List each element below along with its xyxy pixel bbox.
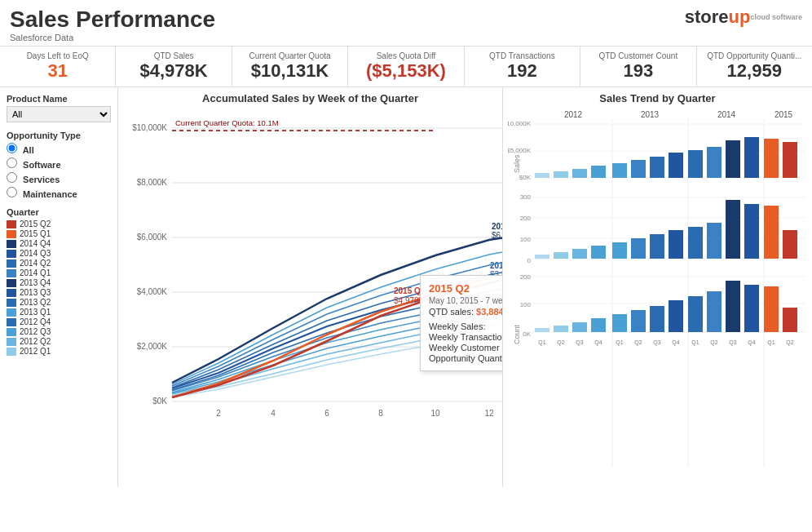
kpi-cust-label: QTD Customer Count (584, 51, 692, 60)
svg-text:Q1: Q1 (616, 339, 623, 346)
quarter-item-label: 2013 Q4 (20, 278, 51, 287)
quarter-legend-item[interactable]: 2014 Q1 (7, 268, 111, 277)
right-panel: Sales Trend by Quarter 2012 2013 2014 20… (502, 87, 812, 487)
logo: storeup cloud software (685, 7, 802, 28)
svg-rect-92 (650, 306, 664, 332)
quarter-legend-item[interactable]: 2014 Q2 (7, 259, 111, 268)
svg-text:Count: Count (513, 324, 521, 344)
quarter-legend-item[interactable]: 2014 Q4 (7, 239, 111, 248)
svg-text:4: 4 (271, 409, 276, 418)
svg-text:$6,101K: $6,101K (492, 231, 502, 240)
quarter-swatch (7, 240, 16, 248)
svg-rect-86 (535, 328, 549, 332)
product-select[interactable]: All Software Services Maintenance (7, 106, 111, 122)
quarter-legend-item[interactable]: 2012 Q4 (7, 317, 111, 326)
svg-text:Q1: Q1 (691, 339, 699, 346)
kpi-diff: Sales Quota Diff ($5,153K) (348, 47, 464, 86)
svg-text:Current Quarter Quota: 10.1M: Current Quarter Quota: 10.1M (175, 118, 279, 127)
quarter-legend-item[interactable]: 2012 Q3 (7, 327, 111, 336)
kpi-qtd-sales: QTD Sales $4,978K (116, 47, 232, 86)
quarter-legend-item[interactable]: 2012 Q1 (7, 347, 111, 356)
header: Sales Performance Salesforce Data storeu… (0, 0, 812, 47)
sidebar: Product Name All Software Services Maint… (0, 87, 118, 487)
kpi-opp-value: 12,959 (700, 60, 809, 82)
svg-rect-96 (726, 281, 740, 332)
kpi-diff-label: Sales Quota Diff (351, 51, 460, 60)
quarter-legend-item[interactable]: 2015 Q2 (7, 219, 111, 228)
svg-rect-73 (688, 227, 703, 259)
quarter-legend-item[interactable]: 2014 Q3 (7, 249, 111, 258)
svg-rect-77 (764, 206, 779, 259)
svg-text:$4,000K: $4,000K (137, 287, 168, 296)
svg-text:Q4: Q4 (594, 339, 602, 346)
svg-rect-66 (554, 252, 568, 259)
kpi-diff-value: ($5,153K) (351, 60, 460, 82)
svg-text:10: 10 (430, 409, 440, 418)
kpi-quota-value: $10,131K (236, 60, 344, 82)
svg-rect-78 (783, 230, 797, 259)
svg-text:Q2: Q2 (786, 339, 793, 346)
svg-text:200: 200 (520, 215, 532, 222)
svg-text:2014 Q4: 2014 Q4 (492, 222, 502, 231)
quarter-legend-item[interactable]: 2013 Q3 (7, 288, 111, 297)
kpi-trans-label: QTD Transactions (468, 51, 576, 60)
svg-text:$10,000K: $10,000K (132, 123, 167, 132)
tooltip-date: May 10, 2015 - 7 week of the quarter (429, 296, 502, 305)
svg-rect-91 (631, 310, 646, 332)
quarter-item-label: 2012 Q4 (20, 317, 51, 326)
svg-text:Q4: Q4 (748, 339, 755, 346)
quarter-legend-item[interactable]: 2012 Q2 (7, 337, 111, 346)
opportunity-section: Opportunity Type All Software Services M… (7, 131, 111, 199)
svg-text:100: 100 (520, 236, 532, 243)
tooltip-row-4: Opportunity Quantity: 796 (429, 353, 502, 363)
svg-rect-49 (669, 153, 683, 178)
opp-radio-software[interactable]: Software (7, 157, 111, 170)
quarter-item-label: 2012 Q2 (20, 337, 51, 346)
svg-text:Q3: Q3 (729, 339, 736, 346)
right-panel-title: Sales Trend by Quarter (508, 92, 807, 104)
kpi-opportunity: QTD Opportunity Quanti... 12,959 (697, 47, 812, 86)
svg-text:300: 300 (520, 193, 532, 201)
svg-text:200: 200 (520, 273, 532, 281)
tooltip-row-1-label: Weekly Sales: (429, 321, 486, 331)
svg-text:$10,000K: $10,000K (508, 120, 532, 127)
opp-radio-maintenance[interactable]: Maintenance (7, 187, 111, 199)
quarter-swatch (7, 220, 16, 228)
svg-text:2012: 2012 (564, 110, 583, 119)
svg-rect-65 (535, 255, 549, 259)
quarter-swatch (7, 289, 16, 297)
opportunity-radio-group: All Software Services Maintenance (7, 143, 111, 199)
kpi-bar: Days Left to EoQ 31 QTD Sales $4,978K Cu… (0, 47, 812, 87)
svg-rect-72 (669, 230, 683, 259)
svg-text:$2,000K: $2,000K (137, 342, 168, 351)
quarter-legend-item[interactable]: 2015 Q1 (7, 229, 111, 238)
quarter-item-label: 2014 Q4 (20, 239, 51, 248)
quarter-legend-item[interactable]: 2013 Q2 (7, 298, 111, 307)
svg-text:8: 8 (378, 409, 383, 418)
svg-text:Q3: Q3 (576, 339, 583, 346)
quarter-legend-item[interactable]: 2013 Q4 (7, 278, 111, 287)
quarter-item-label: 2015 Q2 (20, 219, 51, 228)
quarter-item-label: 2013 Q2 (20, 298, 51, 307)
svg-text:Q2: Q2 (557, 339, 564, 346)
svg-text:2: 2 (216, 409, 221, 418)
svg-rect-95 (707, 291, 722, 332)
svg-text:$0K: $0K (152, 397, 167, 406)
svg-text:2015: 2015 (774, 110, 793, 119)
svg-rect-87 (554, 326, 568, 332)
quarter-swatch (7, 299, 16, 307)
svg-rect-47 (631, 160, 646, 178)
right-chart: 2012 2013 2014 2015 Sales $10,000K $5,00… (508, 108, 810, 483)
quarter-swatch (7, 250, 16, 258)
quarter-legend-item[interactable]: 2013 Q1 (7, 308, 111, 317)
opp-radio-all[interactable]: All (7, 143, 111, 155)
main-content: Product Name All Software Services Maint… (0, 87, 812, 487)
quarter-swatch (7, 308, 16, 317)
svg-rect-46 (612, 163, 627, 178)
quarter-swatch (7, 328, 16, 336)
svg-text:$0K: $0K (519, 174, 532, 181)
logo-subtitle: cloud software (750, 13, 802, 21)
svg-text:$6,000K: $6,000K (137, 233, 168, 242)
kpi-days-label: Days Left to EoQ (3, 51, 112, 60)
opp-radio-services[interactable]: Services (7, 172, 111, 184)
